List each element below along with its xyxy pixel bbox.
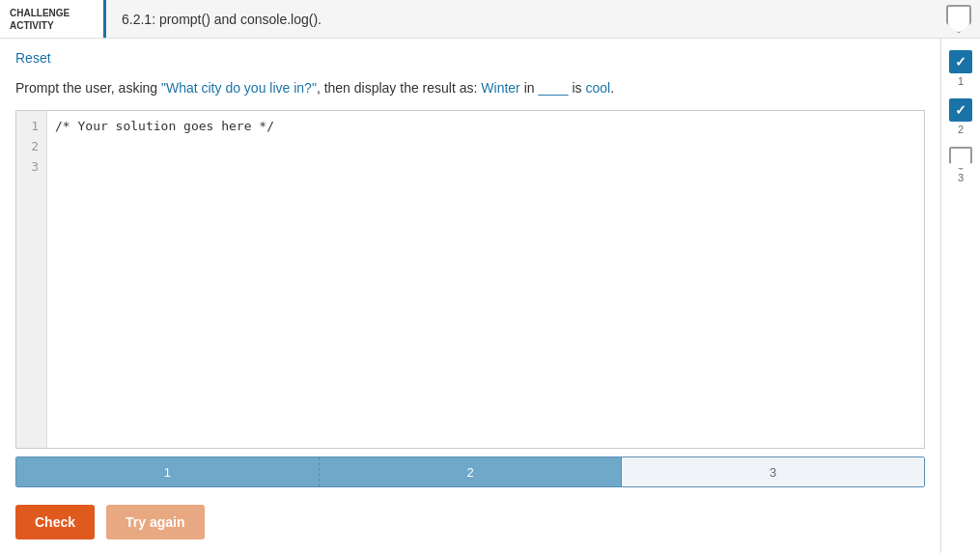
prompt-text-before: Prompt the user, asking: [15, 80, 161, 96]
sidebar-number-2: 2: [958, 124, 964, 135]
checkbox-empty-3[interactable]: [949, 147, 972, 170]
sidebar-number-3: 3: [958, 172, 964, 183]
prompt-blank: ____: [538, 80, 568, 96]
try-again-button[interactable]: Try again: [106, 505, 204, 539]
line-number-3: 3: [24, 157, 39, 178]
line-number-2: 2: [24, 137, 39, 157]
activity-title: 6.2.1: prompt() and console.log().: [106, 12, 941, 27]
line-number-1: 1: [24, 117, 39, 137]
main-container: Reset Prompt the user, asking "What city…: [0, 39, 980, 553]
checkbox-checked-1[interactable]: ✓: [949, 50, 972, 73]
sidebar: ✓ 1 ✓ 2 3: [941, 39, 980, 553]
progress-bar: 1 2 3: [15, 456, 925, 487]
challenge-activity-label: CHALLENGE ACTIVITY: [0, 0, 106, 38]
content-area: Reset Prompt the user, asking "What city…: [0, 39, 941, 553]
check-button[interactable]: Check: [15, 505, 95, 539]
reset-link[interactable]: Reset: [15, 50, 51, 66]
sidebar-item-1: ✓ 1: [949, 50, 972, 87]
prompt-cool-word: cool: [586, 80, 611, 96]
header: CHALLENGE ACTIVITY 6.2.1: prompt() and c…: [0, 0, 980, 39]
sidebar-item-3: 3: [949, 147, 972, 183]
code-editor: 1 2 3 /* Your solution goes here */: [15, 110, 925, 449]
header-badge: [941, 0, 976, 39]
progress-segment-2[interactable]: 2: [320, 457, 623, 486]
prompt-text-middle: , then display the result as:: [317, 80, 481, 96]
shield-icon: [946, 5, 971, 34]
checkbox-checked-2[interactable]: ✓: [949, 98, 972, 122]
code-input[interactable]: /* Your solution goes here */: [47, 111, 924, 448]
prompt-is-word: is: [569, 80, 586, 96]
challenge-label-text: CHALLENGE ACTIVITY: [10, 7, 70, 32]
prompt-instruction: Prompt the user, asking "What city do yo…: [0, 73, 940, 110]
line-numbers: 1 2 3: [16, 111, 47, 448]
sidebar-number-1: 1: [958, 75, 964, 87]
progress-segment-1[interactable]: 1: [16, 457, 320, 486]
buttons-area: Check Try again: [0, 495, 940, 553]
prompt-text-end: .: [610, 80, 614, 96]
prompt-in-word: in: [520, 80, 539, 96]
progress-segment-3[interactable]: 3: [621, 456, 925, 487]
editor-inner: 1 2 3 /* Your solution goes here */: [16, 111, 924, 448]
prompt-winter-word: Winter: [481, 80, 519, 96]
sidebar-item-2: ✓ 2: [949, 98, 972, 135]
reset-area: Reset: [0, 39, 940, 73]
prompt-quoted-text: "What city do you live in?": [161, 80, 317, 96]
